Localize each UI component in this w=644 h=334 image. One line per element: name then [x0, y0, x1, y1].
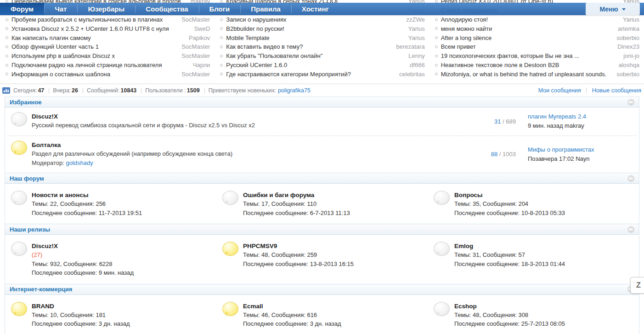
collapse-button[interactable]	[627, 175, 634, 182]
topic-author[interactable]: Dinex23	[617, 43, 639, 50]
topic-link[interactable]: Подключаем радио на личной странице поль…	[6, 62, 186, 68]
last-post-link[interactable]: плагин Myrepeats 2.4	[528, 112, 633, 121]
topic-author[interactable]: zzZWe	[406, 16, 424, 23]
last-post-meta: Позавчера 17:02 Nayn	[528, 154, 633, 164]
topic-author[interactable]: Papikov	[189, 34, 210, 41]
forum-name-link[interactable]: Ошибки и баги форума	[243, 191, 350, 199]
forum-bubble-icon[interactable]	[434, 302, 450, 316]
topic-author[interactable]: SocMaster	[181, 52, 210, 59]
new-posts-link[interactable]: Новые сообщения	[592, 87, 641, 94]
moderator-link[interactable]: goldshady	[66, 159, 93, 166]
forum-bubble-icon[interactable]	[11, 112, 27, 126]
forum-bubble-icon[interactable]	[222, 302, 238, 316]
forum-stats: Темы: 932, Сообщения: 6228	[32, 260, 134, 269]
forum-name-link[interactable]: Ecmall	[243, 302, 341, 311]
topic-author[interactable]: soberbio	[616, 71, 639, 78]
topic-item: Mobile TemplateYarius	[220, 33, 424, 42]
count-posts: 689	[506, 118, 516, 125]
forum-name-link[interactable]: Вопросы	[454, 191, 565, 199]
topic-link[interactable]: 19 психологических фактов, которые Вы не…	[435, 52, 617, 59]
forum-name-link[interactable]: Болталка	[32, 141, 461, 149]
topic-item: Используем php в шаблонах Discuz xSocMas…	[6, 51, 210, 61]
topic-item: Подключаем радио на личной странице поль…	[6, 61, 210, 70]
nav-item-chat[interactable]: Чат	[44, 3, 77, 15]
newest-member-link[interactable]: poligrafika75	[278, 87, 311, 94]
forum-name-link[interactable]: Discuz!X	[32, 112, 461, 121]
forum-bubble-icon[interactable]	[222, 242, 238, 256]
topic-author[interactable]: soberbio	[616, 34, 639, 41]
forum-bubble-icon[interactable]	[434, 191, 450, 205]
topic-author[interactable]: joni-jo	[623, 52, 639, 59]
topic-link[interactable]: Неактивное текстовое поле в Destoon B2B	[435, 62, 612, 68]
forum-stats: Темы: 46, Сообщения: 616	[243, 311, 341, 320]
topic-author[interactable]: celebritas	[399, 71, 425, 78]
section-internet-commerce: Интернет-коммерция BRAND Темы: 10, Сообщ…	[5, 284, 639, 334]
topic-link[interactable]: After a long silence	[435, 34, 610, 41]
nav-item-rules[interactable]: Правила	[240, 3, 291, 15]
forum-bubble-icon[interactable]	[11, 302, 27, 316]
topic-link[interactable]: Как написать плагин самому	[6, 34, 182, 41]
topic-link[interactable]: Записи о нарушениях	[220, 16, 400, 23]
menu-button[interactable]: Меню	[586, 3, 640, 15]
topic-link[interactable]: меня можно найти	[435, 25, 611, 32]
topic-link[interactable]: Как вставить видео в тему?	[220, 43, 390, 50]
nav-item-forum[interactable]: Форум	[0, 3, 44, 15]
forum-cell: Emlog Темы: 31, Сообщения: 57 Последнее …	[428, 238, 639, 278]
forum-name-link[interactable]: Новости и анонсы	[32, 191, 142, 199]
nav-item-hosting[interactable]: Хостинг	[291, 3, 339, 15]
topic-author[interactable]: df666	[410, 62, 425, 68]
forum-bubble-icon[interactable]	[11, 141, 27, 155]
topic-link[interactable]: B2bbuilder по русски!	[220, 25, 401, 32]
section-title: Наш форум	[10, 175, 44, 182]
topic-author[interactable]: Yarius	[408, 34, 425, 41]
topic-author[interactable]: Yarius	[623, 16, 639, 23]
topic-link[interactable]: Русский UCenter 1.6.0	[220, 62, 403, 68]
topic-author[interactable]: Yarius	[408, 25, 425, 32]
nav-item-userbars[interactable]: Юзербары	[77, 3, 135, 15]
forum-name-link[interactable]: PHPCMSV9	[243, 242, 354, 250]
topic-author[interactable]: Чарли	[193, 62, 210, 68]
stats-chart-icon	[2, 87, 10, 94]
topic-link[interactable]: Где настраиваются категории Мероприятий?	[220, 71, 393, 78]
forum-bubble-icon[interactable]	[222, 191, 238, 205]
forum-stats: Темы: 22, Сообщения: 256	[32, 199, 142, 209]
main-navigation: Форум Чат Юзербары Сообщества Блоги Прав…	[0, 3, 644, 15]
my-posts-link[interactable]: Мои сообщения	[538, 87, 581, 94]
nav-item-blogs[interactable]: Блоги	[199, 3, 241, 15]
topic-link[interactable]: Всем привет	[435, 43, 611, 50]
topic-link[interactable]: Установка Discuz x 2.5.2 + UCenter 1.6.0…	[6, 25, 188, 32]
topic-author[interactable]: SocMaster	[181, 16, 210, 23]
forum-name-link[interactable]: Discuz!X	[32, 242, 134, 250]
topic-link[interactable]: Обзор функций Ucenter часть 1	[6, 43, 175, 50]
topic-author[interactable]: SweD	[194, 25, 210, 32]
forum-bubble-icon[interactable]	[11, 191, 27, 205]
topic-author[interactable]: berezatara	[396, 43, 425, 50]
forum-name-link[interactable]: Emlog	[454, 242, 565, 250]
topic-link[interactable]: Используем php в шаблонах Discuz x	[6, 52, 175, 59]
forum-counts: 31 / 689	[461, 118, 516, 125]
topic-link[interactable]: Информация о составных шаблона	[6, 71, 175, 78]
topic-link[interactable]: Mizofoniya, or what is behind the hatred…	[435, 71, 610, 78]
forum-bubble-icon[interactable]	[11, 242, 27, 256]
forum-name-link[interactable]: Ecshop	[454, 302, 565, 311]
topic-item: Информация о составных шаблонаSocMaster	[6, 69, 210, 79]
topic-author[interactable]: SocMaster	[181, 43, 210, 50]
nav-item-communities[interactable]: Сообщества	[135, 3, 198, 15]
topic-link[interactable]: Пробуем разобраться с мультиязычностью в…	[6, 16, 175, 23]
topic-author[interactable]: artemka	[618, 25, 639, 32]
stat-members-label: Пользователи :	[145, 87, 186, 94]
forum-name-link[interactable]: BRAND	[32, 302, 130, 311]
topic-link[interactable]: Аплодирую стоя!	[435, 16, 616, 23]
divider	[49, 88, 49, 93]
floating-quick-button[interactable]: Z	[630, 277, 644, 294]
topic-link[interactable]: Mobile Template	[220, 34, 401, 41]
collapse-button[interactable]	[627, 226, 634, 233]
last-post-link[interactable]: Мифы о программистах	[528, 145, 633, 154]
collapse-button[interactable]	[627, 99, 634, 106]
forum-bubble-icon[interactable]	[434, 242, 450, 256]
topic-author[interactable]: SocMaster	[181, 71, 210, 78]
topic-author[interactable]: Lenny	[408, 52, 424, 59]
topic-author[interactable]: aloshqa	[618, 62, 639, 68]
topic-link[interactable]: Как убрать "Пользователи онлайн"	[220, 52, 402, 59]
topic-item: Всем приветDinex23	[435, 42, 639, 51]
